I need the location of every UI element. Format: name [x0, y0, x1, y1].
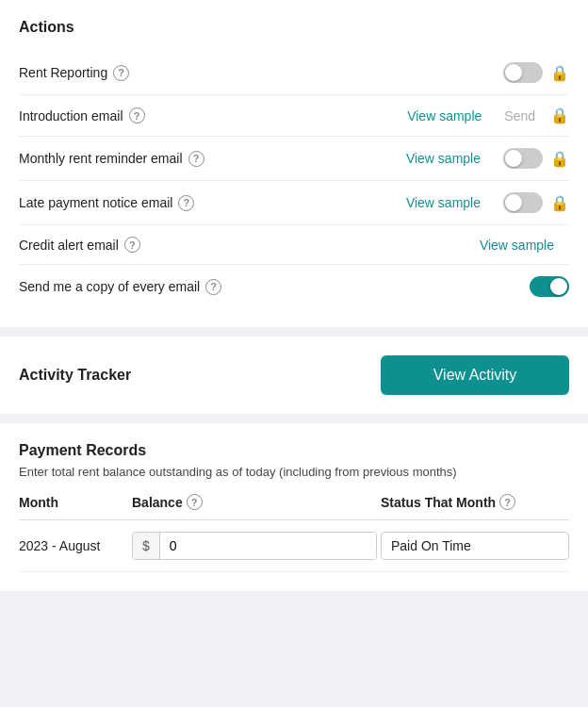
- late-payment-help-icon[interactable]: ?: [178, 195, 194, 211]
- intro-email-send-label: Send: [504, 108, 535, 123]
- action-label-intro-email: Introduction email ?: [19, 107, 407, 123]
- copy-every-email-controls: [530, 276, 569, 297]
- status-input[interactable]: [381, 532, 569, 560]
- action-row-copy-every-email: Send me a copy of every email ?: [19, 265, 569, 308]
- action-row-rent-reporting: Rent Reporting ? 🔒: [19, 51, 569, 95]
- dollar-prefix: $: [133, 533, 160, 559]
- copy-every-email-text: Send me a copy of every email: [19, 279, 200, 294]
- late-payment-controls: View sample 🔒: [406, 192, 569, 213]
- action-label-rent-reporting: Rent Reporting ?: [19, 65, 503, 81]
- rent-reporting-text: Rent Reporting: [19, 65, 107, 80]
- view-activity-button[interactable]: View Activity: [381, 355, 569, 395]
- col-header-month: Month: [19, 495, 132, 510]
- activity-tracker-title: Activity Tracker: [19, 367, 131, 384]
- action-row-intro-email: Introduction email ? View sample Send 🔒: [19, 95, 569, 137]
- payment-row-balance-wrap: $: [132, 532, 381, 560]
- payment-row-month: 2023 - August: [19, 538, 132, 553]
- balance-help-icon[interactable]: ?: [187, 494, 203, 510]
- actions-title: Actions: [19, 19, 569, 36]
- payment-row-0: 2023 - August $: [19, 520, 569, 572]
- payment-table-header: Month Balance ? Status That Month ?: [19, 494, 569, 520]
- copy-every-email-help-icon[interactable]: ?: [205, 279, 221, 295]
- rent-reporting-toggle[interactable]: [503, 62, 543, 83]
- balance-input[interactable]: [160, 533, 376, 559]
- rent-reporting-controls: 🔒: [503, 62, 569, 83]
- monthly-rent-help-icon[interactable]: ?: [188, 151, 204, 167]
- activity-tracker-section: Activity Tracker View Activity: [0, 337, 588, 414]
- payment-row-status-wrap: [381, 532, 569, 560]
- status-help-icon[interactable]: ?: [499, 494, 515, 510]
- action-row-credit-alert: Credit alert email ? View sample: [19, 225, 569, 265]
- monthly-rent-text: Monthly rent reminder email: [19, 151, 183, 166]
- payment-records-title: Payment Records: [19, 442, 569, 459]
- rent-reporting-help-icon[interactable]: ?: [113, 65, 129, 81]
- action-label-credit-alert: Credit alert email ?: [19, 237, 480, 253]
- monthly-rent-lock-icon: 🔒: [550, 150, 569, 168]
- balance-input-group: $: [132, 532, 377, 560]
- credit-alert-view-sample-link[interactable]: View sample: [480, 238, 554, 253]
- rent-reporting-lock-icon: 🔒: [550, 64, 569, 82]
- late-payment-lock-icon: 🔒: [550, 194, 569, 212]
- payment-records-subtitle: Enter total rent balance outstanding as …: [19, 465, 569, 479]
- action-label-copy-every-email: Send me a copy of every email ?: [19, 279, 530, 295]
- monthly-rent-view-sample-link[interactable]: View sample: [406, 151, 481, 166]
- col-header-status: Status That Month ?: [381, 494, 569, 510]
- intro-email-help-icon[interactable]: ?: [129, 107, 145, 123]
- credit-alert-text: Credit alert email: [19, 238, 119, 253]
- late-payment-text: Late payment notice email: [19, 195, 172, 210]
- payment-records-section: Payment Records Enter total rent balance…: [0, 423, 588, 591]
- monthly-rent-controls: View sample 🔒: [406, 148, 569, 169]
- action-row-late-payment: Late payment notice email ? View sample …: [19, 181, 569, 225]
- intro-email-controls: View sample Send 🔒: [407, 107, 569, 124]
- action-label-monthly-rent: Monthly rent reminder email ?: [19, 151, 406, 167]
- col-header-balance: Balance ?: [132, 494, 381, 510]
- action-row-monthly-rent: Monthly rent reminder email ? View sampl…: [19, 137, 569, 181]
- late-payment-view-sample-link[interactable]: View sample: [406, 195, 481, 210]
- actions-section: Actions Rent Reporting ? 🔒 Introduction …: [0, 0, 588, 327]
- copy-every-email-toggle[interactable]: [530, 276, 569, 297]
- credit-alert-controls: View sample: [480, 238, 569, 253]
- intro-email-text: Introduction email: [19, 108, 123, 123]
- monthly-rent-toggle[interactable]: [503, 148, 543, 169]
- intro-email-lock-icon: 🔒: [550, 107, 569, 124]
- intro-email-view-sample-link[interactable]: View sample: [407, 108, 482, 123]
- late-payment-toggle[interactable]: [503, 192, 543, 213]
- credit-alert-help-icon[interactable]: ?: [124, 237, 140, 253]
- action-label-late-payment: Late payment notice email ?: [19, 195, 406, 211]
